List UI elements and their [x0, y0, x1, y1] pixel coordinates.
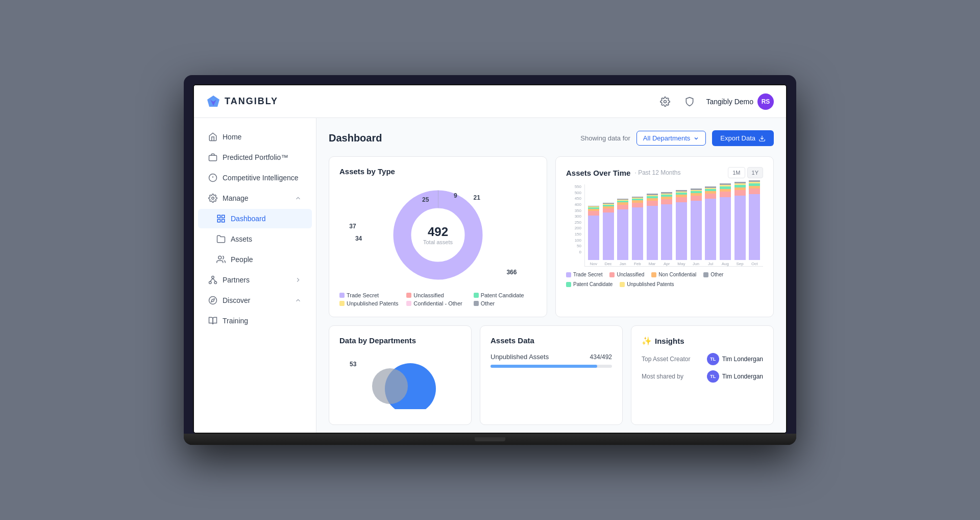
most-shared-name: Tim Londergan: [722, 373, 763, 380]
sidebar-item-discover[interactable]: Discover: [198, 291, 312, 310]
total-assets: 492: [423, 225, 453, 239]
logo-area: TANGIBLY: [206, 94, 278, 109]
logo-text: TANGIBLY: [225, 96, 278, 107]
sidebar-label-assets: Assets: [231, 235, 252, 243]
legend-unpublished: Unpublished Patents: [339, 300, 402, 306]
legend-other: Other: [474, 300, 536, 306]
svg-marker-20: [211, 299, 214, 302]
dept-filter-label: All Departments: [643, 134, 690, 142]
settings-icon[interactable]: [657, 93, 673, 110]
label-37: 37: [349, 223, 356, 230]
main-content: Dashboard Showing data for All Departmen…: [316, 118, 786, 433]
legend-unclassified: Unclassified: [406, 292, 469, 298]
svg-rect-4: [209, 155, 217, 161]
legend-patent-candidate: Patent Candidate: [474, 292, 536, 298]
time-1y-button[interactable]: 1Y: [747, 167, 763, 178]
assets-data-card: Assets Data Unpublished Assets 434/492: [480, 325, 623, 425]
assets-by-type-title: Assets by Type: [339, 167, 536, 176]
sidebar-label-competitive: Competitive Intelligence: [223, 174, 299, 182]
most-shared-person: TL Tim Londergan: [707, 370, 763, 383]
top-creator-row: Top Asset Creator TL Tim Londergan: [642, 353, 763, 365]
logo-icon: [206, 94, 220, 109]
sidebar-label-training: Training: [223, 317, 248, 325]
nav-right: Tangibly Demo RS: [657, 93, 774, 110]
svg-point-15: [214, 281, 217, 284]
top-creator-label: Top Asset Creator: [642, 356, 690, 363]
department-filter[interactable]: All Departments: [636, 131, 706, 146]
svg-rect-12: [217, 220, 220, 222]
donut-center: 492 Total assets: [423, 225, 453, 245]
sidebar-item-home[interactable]: Home: [198, 127, 312, 147]
svg-rect-10: [222, 215, 225, 218]
bar-chart-legend: Trade Secret Unclassified Non Confidenti…: [566, 272, 763, 287]
svg-line-17: [210, 278, 213, 281]
content-header: Dashboard Showing data for All Departmen…: [329, 130, 774, 146]
sidebar-item-dashboard[interactable]: Dashboard: [198, 209, 312, 228]
user-info: Tangibly Demo RS: [706, 93, 774, 110]
unpublished-row: Unpublished Assets 434/492: [491, 353, 612, 361]
sidebar-label-people: People: [231, 255, 253, 264]
svg-point-29: [372, 368, 408, 404]
sidebar-item-assets[interactable]: Assets: [198, 229, 312, 249]
top-navigation: TANGIBLY Tangibly Demo: [194, 85, 786, 118]
sidebar-label-manage: Manage: [223, 194, 249, 202]
sidebar-item-partners[interactable]: Partners: [198, 270, 312, 290]
donut-legend: Trade Secret Unclassified Patent Candida…: [339, 292, 536, 306]
most-shared-avatar: TL: [707, 370, 719, 383]
sidebar-item-manage[interactable]: Manage: [198, 188, 312, 208]
sidebar-label-dashboard: Dashboard: [231, 215, 266, 223]
export-button[interactable]: Export Data: [712, 130, 774, 146]
insights-title: Insights: [655, 337, 684, 345]
shield-icon[interactable]: [681, 93, 698, 110]
bar-chart-bars: Nov: [585, 184, 763, 266]
user-name: Tangibly Demo: [706, 98, 753, 106]
page-title: Dashboard: [329, 132, 382, 144]
label-21: 21: [473, 194, 480, 201]
sidebar-label-partners: Partners: [223, 276, 250, 284]
svg-point-13: [218, 256, 222, 259]
time-1m-button[interactable]: 1M: [728, 167, 745, 178]
svg-rect-9: [217, 215, 220, 218]
user-avatar[interactable]: RS: [757, 93, 774, 110]
assets-over-time-title: Assets Over Time: [566, 169, 630, 177]
chart-subtitle: · Past 12 Months: [634, 169, 680, 176]
legend-confidential-other: Confidential - Other: [406, 300, 469, 306]
progress-bar-bg: [491, 365, 612, 368]
label-34: 34: [355, 235, 362, 242]
header-controls: Showing data for All Departments Export …: [580, 130, 774, 146]
label-9: 9: [454, 192, 457, 199]
svg-line-18: [213, 278, 215, 281]
unpublished-label: Unpublished Assets: [491, 353, 549, 361]
sidebar: Home Predicted Portfolio™ Competitive In…: [194, 118, 316, 433]
svg-point-19: [209, 297, 217, 304]
top-creator-avatar: TL: [707, 353, 719, 365]
dept-chart: 53: [339, 353, 461, 414]
unpublished-value: 434/492: [590, 353, 612, 361]
legend-trade-secret: Trade Secret: [339, 292, 402, 298]
sidebar-item-predicted-portfolio[interactable]: Predicted Portfolio™: [198, 148, 312, 167]
svg-point-8: [212, 197, 214, 200]
svg-rect-11: [222, 220, 225, 222]
dept-card-title: Data by Departments: [339, 336, 461, 345]
top-grid: Assets by Type: [329, 156, 774, 317]
assets-data-title: Assets Data: [491, 336, 612, 345]
total-label: Total assets: [423, 239, 453, 245]
sidebar-item-training[interactable]: Training: [198, 311, 312, 330]
dept-value-53: 53: [350, 361, 356, 368]
insights-card: ✨ Insights Top Asset Creator TL Tim Lond…: [631, 325, 774, 425]
svg-point-14: [212, 276, 214, 279]
sidebar-label-discover: Discover: [223, 296, 250, 304]
insights-icon: ✨: [642, 336, 652, 346]
data-by-departments-card: Data by Departments 53: [329, 325, 472, 425]
label-25: 25: [422, 196, 429, 203]
top-creator-name: Tim Londergan: [722, 356, 763, 363]
sidebar-item-people[interactable]: People: [198, 250, 312, 269]
top-creator-person: TL Tim Londergan: [707, 353, 763, 365]
sidebar-label-home: Home: [223, 133, 241, 141]
most-shared-row: Most shared by TL Tim Londergan: [642, 370, 763, 383]
sidebar-item-competitive-intelligence[interactable]: Competitive Intelligence: [198, 168, 312, 187]
svg-point-16: [209, 281, 212, 284]
bottom-grid: Data by Departments 53 Asset: [329, 325, 774, 425]
assets-over-time-card: Assets Over Time · Past 12 Months 1M 1Y: [555, 156, 774, 317]
insights-header: ✨ Insights: [642, 336, 763, 346]
